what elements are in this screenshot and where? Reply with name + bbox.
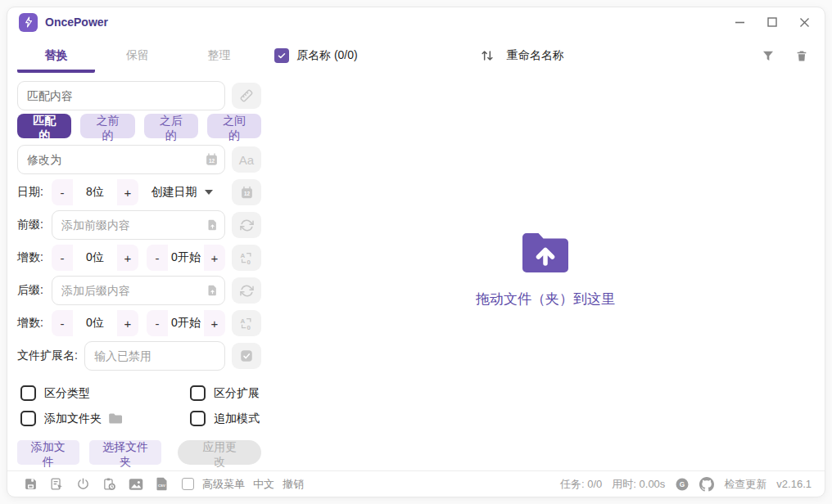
calendar-12-icon[interactable]: 12	[205, 153, 219, 167]
counter1-digits-minus-button[interactable]: -	[52, 245, 73, 271]
checkbox-icon[interactable]	[190, 411, 206, 426]
counter1-start-plus-button[interactable]: +	[204, 245, 225, 271]
file-upload-icon[interactable]	[206, 285, 219, 297]
tab-keep[interactable]: 保留	[98, 43, 176, 73]
filter-icon[interactable]	[762, 49, 775, 62]
select-all-checkbox[interactable]	[274, 48, 289, 63]
option-distinguish-extension[interactable]: 区分扩展	[190, 385, 261, 401]
main-tabs: 替换 保留 整理	[17, 43, 261, 73]
file-upload-icon[interactable]	[206, 219, 219, 232]
gitee-icon[interactable]: G	[675, 477, 690, 492]
counter1-digits-plus-button[interactable]: +	[117, 245, 138, 271]
add-files-button[interactable]: 添加文件	[17, 440, 79, 465]
github-icon[interactable]	[699, 477, 714, 492]
file-drop-zone[interactable]: 拖动文件（夹）到这里	[266, 68, 825, 470]
counter2-start-value: 0开始	[168, 310, 204, 336]
mode-between-button[interactable]: 之间的	[207, 114, 261, 138]
checkbox-icon[interactable]	[190, 385, 206, 401]
counter1-digits-value: 0位	[73, 245, 117, 271]
replace-with-input[interactable]	[17, 145, 225, 174]
upload-folder-icon	[519, 231, 572, 273]
refresh-icon	[239, 218, 255, 233]
choose-folder-button[interactable]: 选择文件夹	[89, 440, 162, 465]
image-preview-icon[interactable]	[129, 478, 143, 491]
ruler-button[interactable]	[232, 83, 261, 109]
apply-changes-button[interactable]: 应用更改	[178, 440, 261, 465]
refresh-icon	[239, 283, 255, 299]
prefix-input[interactable]	[52, 210, 225, 240]
version-label: v2.16.1	[776, 478, 812, 490]
advanced-menu-checkbox[interactable]	[182, 478, 194, 490]
calendar-12-icon: 12	[240, 186, 254, 200]
prefix-loop-button[interactable]	[232, 212, 261, 238]
close-button[interactable]	[799, 17, 810, 28]
tab-replace[interactable]: 替换	[17, 43, 95, 73]
mode-after-button[interactable]: 之后的	[144, 114, 198, 138]
extension-label: 文件扩展名:	[17, 349, 78, 363]
letter-case-button[interactable]: Aa	[232, 146, 261, 173]
status-bar: CSV 高级菜单 中文 撤销 任务: 0/0 用时: 0.00s G 检查更新 …	[7, 470, 825, 497]
date-digits-plus-button[interactable]: +	[117, 179, 138, 205]
counter2-start-plus-button[interactable]: +	[204, 310, 225, 336]
date-label: 日期:	[17, 185, 47, 200]
mode-before-button[interactable]: 之前的	[80, 114, 134, 138]
date-digits-value: 8位	[73, 179, 117, 205]
suffix-input[interactable]	[52, 276, 225, 305]
counter-label: 增数:	[17, 316, 47, 331]
power-icon[interactable]	[76, 477, 90, 491]
extension-check-button[interactable]	[232, 343, 261, 369]
date-source-value: 创建日期	[151, 185, 197, 200]
undo-button[interactable]: 撤销	[283, 477, 304, 492]
svg-text:CSV: CSV	[158, 484, 165, 488]
counter2-format-button[interactable]: A0	[232, 310, 261, 336]
rename-log-icon[interactable]	[50, 477, 64, 491]
title-bar: OncePower	[7, 7, 825, 37]
clipboard-history-icon[interactable]	[102, 477, 116, 491]
app-title: OncePower	[45, 16, 108, 29]
insert-date-button[interactable]: 12	[232, 179, 261, 205]
letter-to-number-icon: A0	[239, 316, 255, 331]
maximize-button[interactable]	[767, 17, 777, 27]
minimize-button[interactable]	[735, 17, 745, 28]
svg-text:A: A	[240, 317, 245, 324]
counter1-start-minus-button[interactable]: -	[147, 245, 168, 271]
options-group: 区分类型 区分扩展 添加文件夹 追加模式	[20, 385, 261, 426]
counter2-start-minus-button[interactable]: -	[147, 310, 168, 336]
counter2-digits-value: 0位	[73, 310, 117, 336]
option-distinguish-type[interactable]: 区分类型	[20, 385, 190, 401]
option-label: 区分类型	[44, 386, 90, 401]
action-buttons: 添加文件 选择文件夹 应用更改	[17, 440, 261, 465]
extension-input[interactable]	[84, 341, 225, 371]
app-logo-bolt-icon	[19, 13, 38, 32]
suffix-label: 后缀:	[17, 283, 47, 298]
letter-case-label: Aa	[239, 153, 254, 167]
trash-icon[interactable]	[795, 49, 808, 63]
tab-organize[interactable]: 整理	[180, 43, 258, 73]
check-update-link[interactable]: 检查更新	[724, 477, 766, 492]
match-mode-group: 匹配的 之前的 之后的 之间的	[17, 114, 261, 138]
date-source-select[interactable]: 创建日期	[138, 179, 225, 205]
drop-hint-text: 拖动文件（夹）到这里	[476, 290, 615, 308]
checkbox-checked-icon	[239, 349, 254, 363]
date-digits-minus-button[interactable]: -	[52, 179, 73, 205]
counter2-digits-minus-button[interactable]: -	[52, 310, 73, 336]
counter-label: 增数:	[17, 250, 47, 265]
advanced-menu-label[interactable]: 高级菜单	[202, 477, 245, 492]
save-icon[interactable]	[24, 477, 38, 491]
checkbox-icon[interactable]	[20, 385, 36, 401]
option-append-mode[interactable]: 追加模式	[190, 411, 261, 426]
svg-text:A: A	[240, 251, 245, 259]
csv-export-icon[interactable]: CSV	[156, 477, 168, 491]
language-toggle[interactable]: 中文	[253, 477, 274, 492]
checkbox-icon[interactable]	[20, 411, 36, 426]
option-label: 添加文件夹	[44, 412, 102, 426]
mode-matched-button[interactable]: 匹配的	[17, 114, 71, 138]
counter2-digits-plus-button[interactable]: +	[117, 310, 138, 336]
match-content-input[interactable]	[17, 81, 225, 110]
prefix-label: 前缀:	[17, 218, 47, 232]
option-add-folder[interactable]: 添加文件夹	[20, 411, 190, 426]
suffix-loop-button[interactable]	[232, 277, 261, 304]
sort-icon[interactable]	[479, 47, 495, 64]
date-digits-stepper: - 8位 +	[52, 179, 138, 205]
counter1-format-button[interactable]: A0	[232, 245, 261, 271]
